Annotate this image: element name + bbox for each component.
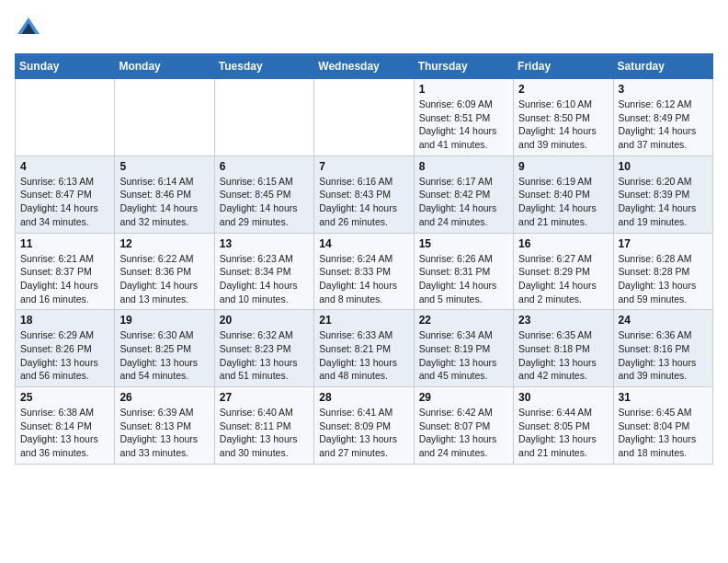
- calendar-cell: 23Sunrise: 6:35 AMSunset: 8:18 PMDayligh…: [514, 310, 613, 387]
- calendar-cell: 27Sunrise: 6:40 AMSunset: 8:11 PMDayligh…: [214, 387, 313, 465]
- day-info: Sunrise: 6:21 AMSunset: 8:37 PMDaylight:…: [20, 252, 109, 306]
- day-number: 10: [619, 160, 708, 173]
- calendar-cell: 12Sunrise: 6:22 AMSunset: 8:36 PMDayligh…: [115, 233, 214, 310]
- calendar-week-row: 4Sunrise: 6:13 AMSunset: 8:47 PMDaylight…: [16, 155, 713, 233]
- day-number: 22: [419, 314, 508, 327]
- day-number: 19: [119, 314, 209, 327]
- day-number: 18: [20, 314, 109, 327]
- weekday-header: Sunday: [16, 54, 115, 79]
- day-number: 6: [220, 160, 309, 173]
- calendar-cell: 5Sunrise: 6:14 AMSunset: 8:46 PMDaylight…: [115, 155, 214, 233]
- weekday-header: Thursday: [414, 54, 513, 79]
- day-number: 27: [220, 391, 309, 404]
- calendar-table: SundayMondayTuesdayWednesdayThursdayFrid…: [15, 53, 713, 465]
- day-info: Sunrise: 6:14 AMSunset: 8:46 PMDaylight:…: [119, 175, 209, 229]
- day-info: Sunrise: 6:38 AMSunset: 8:14 PMDaylight:…: [20, 406, 109, 460]
- calendar-cell: 24Sunrise: 6:36 AMSunset: 8:16 PMDayligh…: [613, 310, 712, 387]
- day-number: 3: [619, 83, 708, 96]
- calendar-cell: 14Sunrise: 6:24 AMSunset: 8:33 PMDayligh…: [314, 233, 414, 310]
- calendar-cell: 16Sunrise: 6:27 AMSunset: 8:29 PMDayligh…: [514, 233, 613, 310]
- day-info: Sunrise: 6:24 AMSunset: 8:33 PMDaylight:…: [319, 252, 408, 306]
- day-number: 29: [419, 391, 508, 404]
- calendar-cell: 2Sunrise: 6:10 AMSunset: 8:50 PMDaylight…: [514, 79, 613, 156]
- logo-icon: [15, 15, 42, 42]
- day-info: Sunrise: 6:36 AMSunset: 8:16 PMDaylight:…: [619, 328, 708, 383]
- calendar-cell: 25Sunrise: 6:38 AMSunset: 8:14 PMDayligh…: [16, 387, 115, 465]
- day-info: Sunrise: 6:26 AMSunset: 8:31 PMDaylight:…: [419, 252, 508, 306]
- weekday-header: Saturday: [613, 54, 712, 79]
- calendar-cell: 30Sunrise: 6:44 AMSunset: 8:05 PMDayligh…: [514, 387, 613, 465]
- day-number: 20: [220, 314, 309, 327]
- day-number: 28: [319, 391, 408, 404]
- day-info: Sunrise: 6:09 AMSunset: 8:51 PMDaylight:…: [419, 98, 508, 152]
- day-info: Sunrise: 6:41 AMSunset: 8:09 PMDaylight:…: [319, 406, 408, 460]
- calendar-cell: 18Sunrise: 6:29 AMSunset: 8:26 PMDayligh…: [16, 310, 115, 387]
- day-info: Sunrise: 6:20 AMSunset: 8:39 PMDaylight:…: [619, 175, 708, 229]
- calendar-cell: 8Sunrise: 6:17 AMSunset: 8:42 PMDaylight…: [414, 155, 513, 233]
- day-number: 12: [119, 237, 209, 250]
- day-info: Sunrise: 6:44 AMSunset: 8:05 PMDaylight:…: [518, 406, 608, 460]
- calendar-cell: 13Sunrise: 6:23 AMSunset: 8:34 PMDayligh…: [214, 233, 313, 310]
- calendar-cell: 29Sunrise: 6:42 AMSunset: 8:07 PMDayligh…: [414, 387, 513, 465]
- weekday-header: Wednesday: [314, 54, 414, 79]
- day-number: 1: [419, 83, 508, 96]
- calendar-week-row: 25Sunrise: 6:38 AMSunset: 8:14 PMDayligh…: [16, 387, 713, 465]
- calendar-cell: 11Sunrise: 6:21 AMSunset: 8:37 PMDayligh…: [16, 233, 115, 310]
- calendar-cell: 6Sunrise: 6:15 AMSunset: 8:45 PMDaylight…: [214, 155, 313, 233]
- day-number: 2: [518, 83, 608, 96]
- day-number: 13: [220, 237, 309, 250]
- calendar-week-row: 18Sunrise: 6:29 AMSunset: 8:26 PMDayligh…: [16, 310, 713, 387]
- day-number: 15: [419, 237, 508, 250]
- day-info: Sunrise: 6:45 AMSunset: 8:04 PMDaylight:…: [619, 406, 708, 460]
- calendar-cell: 7Sunrise: 6:16 AMSunset: 8:43 PMDaylight…: [314, 155, 414, 233]
- day-number: 5: [119, 160, 209, 173]
- day-info: Sunrise: 6:17 AMSunset: 8:42 PMDaylight:…: [419, 175, 508, 229]
- calendar-week-row: 11Sunrise: 6:21 AMSunset: 8:37 PMDayligh…: [16, 233, 713, 310]
- day-number: 11: [20, 237, 109, 250]
- calendar-header: SundayMondayTuesdayWednesdayThursdayFrid…: [16, 54, 713, 79]
- day-info: Sunrise: 6:42 AMSunset: 8:07 PMDaylight:…: [419, 406, 508, 460]
- calendar-cell: 20Sunrise: 6:32 AMSunset: 8:23 PMDayligh…: [214, 310, 313, 387]
- day-info: Sunrise: 6:13 AMSunset: 8:47 PMDaylight:…: [20, 175, 109, 229]
- day-info: Sunrise: 6:35 AMSunset: 8:18 PMDaylight:…: [518, 328, 608, 383]
- day-number: 17: [619, 237, 708, 250]
- calendar-week-row: 1Sunrise: 6:09 AMSunset: 8:51 PMDaylight…: [16, 79, 713, 156]
- day-number: 25: [20, 391, 109, 404]
- calendar-cell: 31Sunrise: 6:45 AMSunset: 8:04 PMDayligh…: [613, 387, 712, 465]
- day-number: 16: [518, 237, 608, 250]
- calendar-cell: 1Sunrise: 6:09 AMSunset: 8:51 PMDaylight…: [414, 79, 513, 156]
- calendar-cell: 9Sunrise: 6:19 AMSunset: 8:40 PMDaylight…: [514, 155, 613, 233]
- day-number: 9: [518, 160, 608, 173]
- day-info: Sunrise: 6:22 AMSunset: 8:36 PMDaylight:…: [119, 252, 209, 306]
- day-info: Sunrise: 6:15 AMSunset: 8:45 PMDaylight:…: [220, 175, 309, 229]
- day-info: Sunrise: 6:33 AMSunset: 8:21 PMDaylight:…: [319, 328, 408, 383]
- calendar-cell: 17Sunrise: 6:28 AMSunset: 8:28 PMDayligh…: [613, 233, 712, 310]
- weekday-header: Friday: [514, 54, 613, 79]
- calendar-cell: [214, 79, 313, 156]
- day-number: 14: [319, 237, 408, 250]
- day-number: 24: [619, 314, 708, 327]
- calendar-cell: 26Sunrise: 6:39 AMSunset: 8:13 PMDayligh…: [115, 387, 214, 465]
- page-header: [15, 15, 713, 42]
- calendar-cell: [115, 79, 214, 156]
- calendar-cell: 21Sunrise: 6:33 AMSunset: 8:21 PMDayligh…: [314, 310, 414, 387]
- day-info: Sunrise: 6:12 AMSunset: 8:49 PMDaylight:…: [619, 98, 708, 152]
- day-info: Sunrise: 6:32 AMSunset: 8:23 PMDaylight:…: [220, 328, 309, 383]
- calendar-cell: 10Sunrise: 6:20 AMSunset: 8:39 PMDayligh…: [613, 155, 712, 233]
- calendar-cell: [16, 79, 115, 156]
- day-info: Sunrise: 6:39 AMSunset: 8:13 PMDaylight:…: [119, 406, 209, 460]
- day-info: Sunrise: 6:19 AMSunset: 8:40 PMDaylight:…: [518, 175, 608, 229]
- day-info: Sunrise: 6:23 AMSunset: 8:34 PMDaylight:…: [220, 252, 309, 306]
- calendar-cell: 4Sunrise: 6:13 AMSunset: 8:47 PMDaylight…: [16, 155, 115, 233]
- day-info: Sunrise: 6:29 AMSunset: 8:26 PMDaylight:…: [20, 328, 109, 383]
- day-number: 8: [419, 160, 508, 173]
- weekday-row: SundayMondayTuesdayWednesdayThursdayFrid…: [16, 54, 713, 79]
- day-number: 21: [319, 314, 408, 327]
- day-info: Sunrise: 6:10 AMSunset: 8:50 PMDaylight:…: [518, 98, 608, 152]
- day-number: 23: [518, 314, 608, 327]
- logo: [15, 15, 46, 42]
- weekday-header: Monday: [115, 54, 214, 79]
- calendar-cell: 22Sunrise: 6:34 AMSunset: 8:19 PMDayligh…: [414, 310, 513, 387]
- day-info: Sunrise: 6:16 AMSunset: 8:43 PMDaylight:…: [319, 175, 408, 229]
- day-info: Sunrise: 6:27 AMSunset: 8:29 PMDaylight:…: [518, 252, 608, 306]
